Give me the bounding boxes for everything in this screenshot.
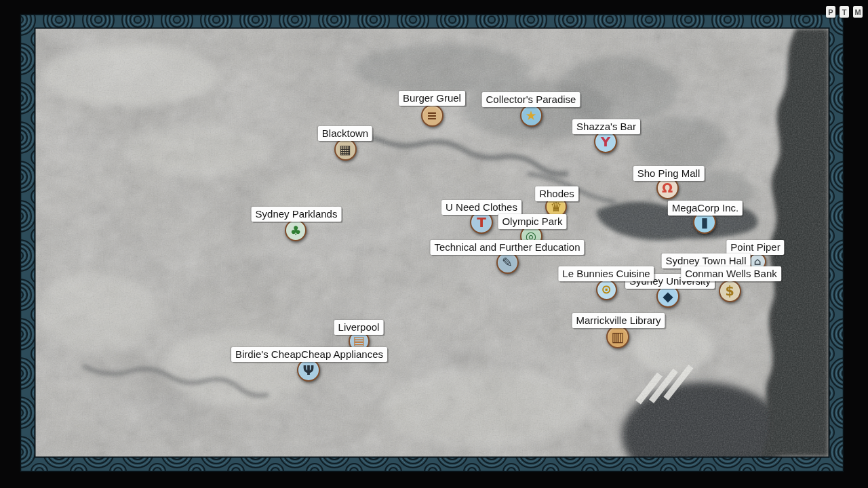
poi-label-liverpool[interactable]: Liverpool: [334, 320, 384, 335]
poi-label-sho-ping-mall[interactable]: Sho Ping Mall: [633, 166, 705, 181]
poi-label-technical-and-further-education[interactable]: Technical and Further Education: [430, 240, 584, 255]
poi-label-burger-gruel[interactable]: Burger Gruel: [399, 91, 465, 106]
poi-label-birdies-cheapcheap-appliances[interactable]: Birdie's CheapCheap Appliances: [231, 347, 387, 362]
poi-label-shazzas-bar[interactable]: Shazza's Bar: [572, 119, 640, 134]
poi-label-marrickville-library[interactable]: Marrickville Library: [572, 313, 665, 328]
poi-label-olympic-park[interactable]: Olympic Park: [498, 214, 566, 229]
poi-label-blacktown[interactable]: Blacktown: [318, 126, 372, 141]
t-button[interactable]: T: [840, 6, 849, 18]
map-marker-labels: Burger GruelCollector's ParadiseBlacktow…: [0, 0, 868, 488]
poi-label-le-bunnies-cuisine[interactable]: Le Bunnies Cuisine: [558, 266, 654, 281]
map-mode-buttons: P T M: [826, 6, 863, 18]
poi-label-megacorp-inc[interactable]: MegaCorp Inc.: [668, 201, 743, 216]
poi-label-sydney-parklands[interactable]: Sydney Parklands: [252, 207, 342, 222]
poi-label-collectors-paradise[interactable]: Collector's Paradise: [482, 92, 580, 107]
m-button[interactable]: M: [853, 6, 863, 18]
poi-label-rhodes[interactable]: Rhodes: [535, 186, 578, 201]
p-button[interactable]: P: [826, 6, 835, 18]
poi-label-u-need-clothes[interactable]: U Need Clothes: [441, 200, 521, 215]
poi-label-point-piper[interactable]: Point Piper: [726, 240, 784, 255]
poi-label-conman-wells-bank[interactable]: Conman Wells Bank: [681, 266, 781, 281]
